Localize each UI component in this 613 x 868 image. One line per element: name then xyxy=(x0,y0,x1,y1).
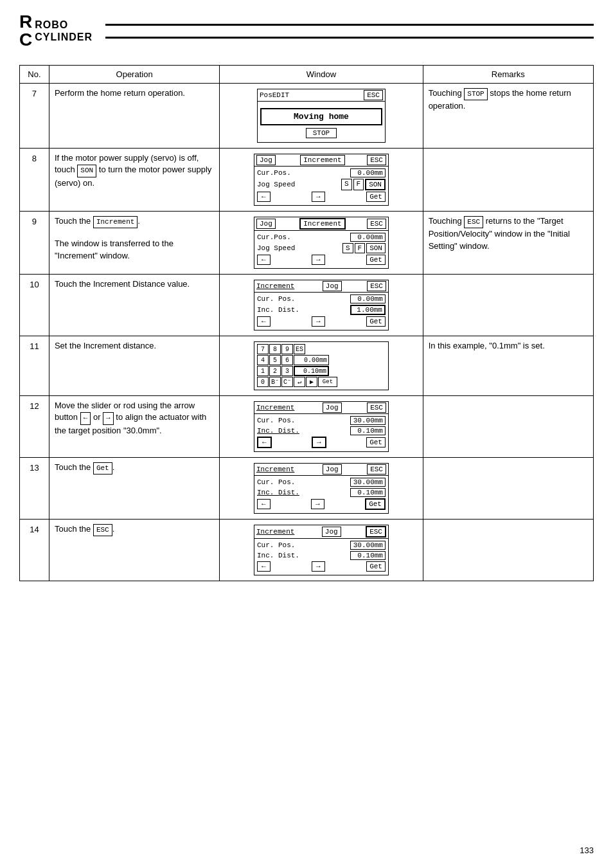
window-13: Increment Jog ESC Cur. Pos. 30.00mm Inc.… xyxy=(254,463,389,514)
row-12-no: 12 xyxy=(20,396,49,458)
window-12: Increment Jog ESC Cur. Pos. 30.00mm Inc.… xyxy=(254,401,389,452)
table-row: 11 Set the Increment distance. 7 8 xyxy=(20,336,594,396)
window-11: 7 8 9 ES 4 5 6 0.00mm xyxy=(254,341,389,390)
row-13-window: Increment Jog ESC Cur. Pos. 30.00mm Inc.… xyxy=(220,458,423,520)
row-10-operation: Touch the Increment Distance value. xyxy=(49,275,219,336)
row-14-no: 14 xyxy=(20,520,49,581)
row-11-window: 7 8 9 ES 4 5 6 0.00mm xyxy=(220,336,423,396)
row-14-window: Increment Jog ESC Cur. Pos. 30.00mm Inc.… xyxy=(220,520,423,581)
row-11-no: 11 xyxy=(20,336,49,396)
row-7-remarks: Touching STOP stops the home return oper… xyxy=(423,84,593,149)
logo-text: ROBO CYLINDER xyxy=(35,19,93,43)
row-10-remarks xyxy=(423,275,593,336)
table-row: 12 Move the slider or rod using the arro… xyxy=(20,396,594,458)
page-header: R C ROBO CYLINDER xyxy=(19,13,594,52)
row-14-operation: Touch the ESC. xyxy=(49,520,219,581)
row-8-remarks xyxy=(423,149,593,212)
logo: R C ROBO CYLINDER xyxy=(19,13,93,49)
header-no: No. xyxy=(20,66,49,84)
window-7: PosEDIT ESC Moving home STOP xyxy=(257,89,386,143)
row-9-window: Jog Increment ESC Cur.Pos. 0.00mm Jog Sp… xyxy=(220,212,423,275)
row-13-remarks xyxy=(423,458,593,520)
row-7-no: 7 xyxy=(20,84,49,149)
window-8: Jog Increment ESC Cur.Pos. 0.00mm Jog Sp… xyxy=(254,154,389,206)
window-9: Jog Increment ESC Cur.Pos. 0.00mm Jog Sp… xyxy=(254,217,389,269)
table-row: 13 Touch the Get. Increment Jog ESC Cur. xyxy=(20,458,594,520)
row-10-no: 10 xyxy=(20,275,49,336)
row-12-operation: Move the slider or rod using the arrow b… xyxy=(49,396,219,458)
row-14-remarks xyxy=(423,520,593,581)
header-remarks: Remarks xyxy=(423,66,593,84)
window-10: Increment Jog ESC Cur. Pos. 0.00mm Inc. … xyxy=(254,280,389,330)
row-8-operation: If the motor power supply (servo) is off… xyxy=(49,149,219,212)
row-13-no: 13 xyxy=(20,458,49,520)
row-12-window: Increment Jog ESC Cur. Pos. 30.00mm Inc.… xyxy=(220,396,423,458)
main-table: No. Operation Window Remarks 7 Perform t… xyxy=(19,65,594,581)
row-7-window: PosEDIT ESC Moving home STOP xyxy=(220,84,423,149)
window-14: Increment Jog ESC Cur. Pos. 30.00mm Inc.… xyxy=(254,525,389,575)
table-row: 8 If the motor power supply (servo) is o… xyxy=(20,149,594,212)
row-10-window: Increment Jog ESC Cur. Pos. 0.00mm Inc. … xyxy=(220,275,423,336)
table-row: 10 Touch the Increment Distance value. I… xyxy=(20,275,594,336)
logo-rc-letters: R C xyxy=(19,13,31,49)
page-number: 133 xyxy=(580,845,594,855)
row-13-operation: Touch the Get. xyxy=(49,458,219,520)
row-12-remarks xyxy=(423,396,593,458)
header-operation: Operation xyxy=(49,66,219,84)
row-9-no: 9 xyxy=(20,212,49,275)
row-8-window: Jog Increment ESC Cur.Pos. 0.00mm Jog Sp… xyxy=(220,149,423,212)
row-11-remarks: In this example, "0.1mm" is set. xyxy=(423,336,593,396)
row-11-operation: Set the Increment distance. xyxy=(49,336,219,396)
header-window: Window xyxy=(220,66,423,84)
table-row: 9 Touch the Increment. The window is tra… xyxy=(20,212,594,275)
row-9-operation: Touch the Increment. The window is trans… xyxy=(49,212,219,275)
header-decoration xyxy=(105,18,594,44)
table-row: 14 Touch the ESC. Increment Jog ESC Cur. xyxy=(20,520,594,581)
row-9-remarks: Touching ESC returns to the "Target Posi… xyxy=(423,212,593,275)
row-7-operation: Perform the home return operation. xyxy=(49,84,219,149)
table-row: 7 Perform the home return operation. Pos… xyxy=(20,84,594,149)
row-8-no: 8 xyxy=(20,149,49,212)
